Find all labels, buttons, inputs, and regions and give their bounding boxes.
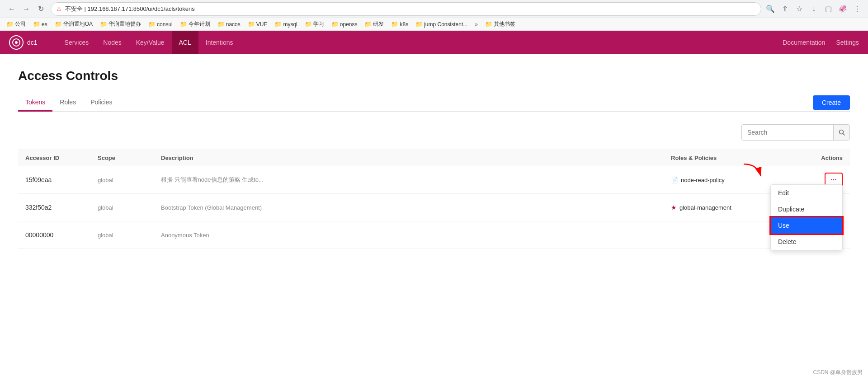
header-scope: Scope [98,155,161,161]
search-input[interactable] [742,129,833,136]
header-roles-policies: Roles & Policies [671,155,788,161]
folder-icon: 📁 [364,21,372,28]
nav-intentions[interactable]: Intentions [198,31,241,54]
search-icon [839,129,845,136]
folder-icon: 📁 [6,21,14,28]
bookmark-plan[interactable]: 📁 今年计划 [177,19,213,29]
svg-point-1 [15,41,18,44]
bookmark-mysql[interactable]: 📁 mysql [272,20,300,28]
nav-nodes[interactable]: Nodes [96,31,128,54]
bookmark-hrdb[interactable]: 📁 华润置地督办 [97,19,144,29]
bookmarks-bar: 📁 公司 📁 es 📁 华润置地OA 📁 华润置地督办 📁 consul 📁 今… [0,18,868,31]
bookmark-study[interactable]: 📁 学习 [302,19,327,29]
menu-button[interactable]: ⋮ [852,4,863,14]
bookmark-dev[interactable]: 📁 研发 [362,19,387,29]
scope-2: global [98,204,161,211]
nav-acl[interactable]: ACL [172,31,198,54]
tabs-left: Tokens Roles Policies [18,94,813,111]
tabs-row: Tokens Roles Policies Create [18,94,850,112]
nav-right: Documentation Settings [783,39,859,46]
zoom-button[interactable]: 🔍 [765,4,776,14]
nav-settings[interactable]: Settings [836,39,859,46]
folder-icon: 📁 [331,21,339,28]
url-text: 不安全 | 192.168.187.171:8500/ui/dc1/acls/t… [65,5,755,13]
search-button[interactable] [833,124,849,141]
star-icon: ★ [671,204,677,211]
bookmark-k8s[interactable]: 📁 k8s [388,20,411,28]
folder-icon: 📁 [274,21,282,28]
actions-cell-1: ··· Edit Duplicate Use Delete [788,173,843,187]
roles-policies-1: 📄 node-read-policy [671,177,788,183]
folder-icon: 📁 [33,21,40,28]
bookmark-hroa[interactable]: 📁 华润置地OA [52,19,95,29]
policy-name-1: node-read-policy [681,177,725,183]
dropdown-use[interactable]: Use [771,217,842,234]
bookmark-openss[interactable]: 📁 openss [329,20,360,28]
header-description: Description [161,155,671,161]
accessor-id-2: 332f50a2 [25,204,98,211]
table-row: 332f50a2 global Bootstrap Token (Global … [18,194,850,221]
folder-icon: 📁 [217,21,225,28]
scope-1: global [98,177,161,183]
accessor-id-1: 15f09eaa [25,176,98,183]
table-row: 15f09eaa global 根据 只能查看node信息的策略 生成to...… [18,166,850,194]
tab-roles[interactable]: Roles [52,94,83,112]
folder-icon: 📁 [100,21,107,28]
folder-icon: 📁 [415,21,423,28]
window-button[interactable]: ▢ [823,4,834,14]
dropdown-menu: Edit Duplicate Use Delete [770,184,843,250]
bookmark-es[interactable]: 📁 es [30,20,50,28]
consul-logo-icon [9,35,24,50]
scope-3: global [98,232,161,239]
dropdown-duplicate[interactable]: Duplicate [771,201,842,217]
browser-bar: ← → ↻ ⚠ 不安全 | 192.168.187.171:8500/ui/dc… [0,0,868,18]
bookmark-nacos[interactable]: 📁 nacos [215,20,243,28]
search-row [18,119,850,146]
search-box [741,124,850,141]
bookmark-more[interactable]: » [472,20,481,28]
address-bar[interactable]: ⚠ 不安全 | 192.168.187.171:8500/ui/dc1/acls… [51,2,761,16]
header-actions: Actions [788,155,843,161]
browser-nav-buttons: ← → ↻ [5,3,47,15]
accessor-id-3: 00000000 [25,231,98,239]
dropdown-delete[interactable]: Delete [771,234,842,250]
folder-icon: 📁 [148,21,156,28]
consul-logo[interactable]: dc1 [9,35,48,50]
extension-button[interactable]: 🦑 [837,4,848,14]
nav-items: Services Nodes Key/Value ACL Intentions [57,31,783,54]
page-title: Access Controls [18,69,850,83]
folder-icon: 📁 [391,21,398,28]
nav-keyvalue[interactable]: Key/Value [129,31,172,54]
consul-nav: dc1 Services Nodes Key/Value ACL Intenti… [0,31,868,54]
create-button[interactable]: Create [813,95,850,110]
svg-line-3 [843,134,844,136]
forward-button[interactable]: → [20,3,33,15]
nav-documentation[interactable]: Documentation [783,39,825,46]
main-content: Access Controls Tokens Roles Policies Cr… [0,54,868,263]
description-3: Anonymous Token [161,232,671,239]
nav-services[interactable]: Services [57,31,96,54]
bookmark-jump[interactable]: 📁 jump Consistent... [413,20,470,28]
bookmark-other[interactable]: 📁 其他书签 [482,19,518,29]
bookmark-vue[interactable]: 📁 VUE [245,20,270,28]
reload-button[interactable]: ↻ [34,3,47,15]
tab-tokens[interactable]: Tokens [18,94,52,112]
bookmark-consul[interactable]: 📁 consul [146,20,175,28]
browser-actions: 🔍 ⇧ ☆ ↓ ▢ 🦑 ⋮ [765,4,863,14]
policy-name-2: global-management [679,204,731,211]
header-accessor-id: Accessor ID [25,155,98,161]
bookmark-gongsi[interactable]: 📁 公司 [4,19,28,29]
back-button[interactable]: ← [5,3,18,15]
policy-doc-icon: 📄 [671,177,678,183]
dropdown-edit[interactable]: Edit [771,185,842,201]
folder-icon: 📁 [485,21,492,28]
star-button[interactable]: ☆ [794,4,805,14]
description-1: 根据 只能查看node信息的策略 生成to... [161,176,671,184]
tab-policies[interactable]: Policies [83,94,119,112]
download-button[interactable]: ↓ [808,4,819,14]
table-row: 00000000 global Anonymous Token ··· [18,221,850,249]
folder-icon: 📁 [305,21,312,28]
folder-icon: 📁 [248,21,255,28]
folder-icon: 📁 [55,21,62,28]
share-button[interactable]: ⇧ [779,4,790,14]
